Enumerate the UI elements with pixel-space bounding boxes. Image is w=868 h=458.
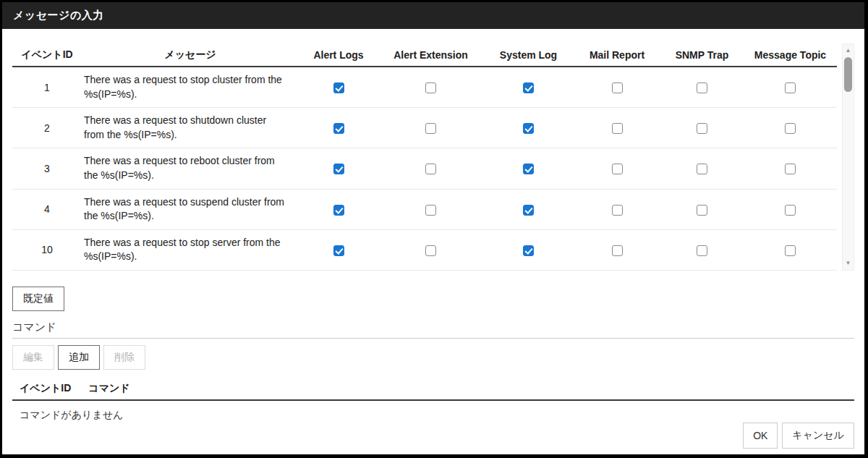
event-id-cell: 10 <box>12 244 82 255</box>
dialog-content: イベントID メッセージ Alert Logs Alert Extension … <box>2 43 864 422</box>
alert-logs-checkbox[interactable] <box>333 164 344 174</box>
message-table: イベントID メッセージ Alert Logs Alert Extension … <box>12 43 854 271</box>
event-id-cell: 1 <box>12 82 82 93</box>
snmp-trap-checkbox[interactable] <box>697 205 707 216</box>
alert-logs-checkbox[interactable] <box>333 82 344 93</box>
alert-extension-checkbox[interactable] <box>425 245 436 256</box>
mail-report-checkbox[interactable] <box>612 123 623 134</box>
message-input-dialog: メッセージの入力 イベントID メッセージ Alert Logs Alert E… <box>0 0 868 458</box>
message-table-row: 4 There was a request to suspend cluster… <box>12 190 837 230</box>
scrollbar-thumb[interactable] <box>844 57 852 92</box>
message-cell: There was a request to shutdown cluster … <box>82 108 299 148</box>
cancel-button[interactable]: キャンセル <box>782 423 854 449</box>
mail-report-checkbox[interactable] <box>612 164 623 174</box>
alert-logs-checkbox[interactable] <box>333 245 344 256</box>
message-table-row: 10 There was a request to stop server fr… <box>12 230 837 271</box>
edit-command-button[interactable]: 編集 <box>12 345 54 370</box>
column-header-snmp-trap: SNMP Trap <box>660 49 744 61</box>
column-header-alert-extension: Alert Extension <box>378 49 483 61</box>
snmp-trap-checkbox[interactable] <box>697 82 707 93</box>
snmp-trap-checkbox[interactable] <box>697 245 707 256</box>
message-table-row: 2 There was a request to shutdown cluste… <box>12 108 837 148</box>
table-scrollbar[interactable]: ▲ ▼ <box>842 43 854 271</box>
column-header-message-topic: Message Topic <box>744 49 837 61</box>
mail-report-checkbox[interactable] <box>612 82 623 93</box>
default-values-button[interactable]: 既定値 <box>12 287 64 311</box>
alert-extension-checkbox[interactable] <box>425 123 436 134</box>
event-id-cell: 2 <box>12 122 82 134</box>
command-column-header-command: コマンド <box>88 382 129 395</box>
command-buttons: 編集 追加 削除 <box>12 345 854 370</box>
delete-command-button[interactable]: 削除 <box>103 345 145 370</box>
event-id-cell: 3 <box>12 163 82 174</box>
alert-extension-checkbox[interactable] <box>425 205 436 216</box>
alert-logs-checkbox[interactable] <box>333 205 344 216</box>
alert-extension-checkbox[interactable] <box>425 164 436 174</box>
message-topic-checkbox[interactable] <box>785 205 796 216</box>
column-header-system-log: System Log <box>483 49 574 61</box>
mail-report-checkbox[interactable] <box>612 205 623 216</box>
message-topic-checkbox[interactable] <box>785 123 796 134</box>
system-log-checkbox[interactable] <box>523 82 534 93</box>
snmp-trap-checkbox[interactable] <box>697 164 707 174</box>
command-column-header-event-id: イベントID <box>20 382 71 395</box>
scroll-up-icon[interactable]: ▲ <box>843 46 854 56</box>
dialog-title: メッセージの入力 <box>13 9 104 22</box>
alert-extension-checkbox[interactable] <box>425 82 436 93</box>
message-cell: There was a request to reboot cluster fr… <box>82 148 299 188</box>
message-cell: There was a request to stop cluster from… <box>82 67 299 107</box>
command-table-empty-text: コマンドがありません <box>12 401 854 422</box>
system-log-checkbox[interactable] <box>523 164 534 174</box>
column-header-mail-report: Mail Report <box>574 49 660 61</box>
message-cell: There was a request to stop server from … <box>82 230 299 270</box>
column-header-message: メッセージ <box>82 48 299 62</box>
alert-logs-checkbox[interactable] <box>333 123 344 134</box>
message-table-header: イベントID メッセージ Alert Logs Alert Extension … <box>12 43 837 67</box>
message-table-row: 1 There was a request to stop cluster fr… <box>12 67 837 108</box>
message-table-body: 1 There was a request to stop cluster fr… <box>12 67 854 271</box>
command-section-label: コマンド <box>12 321 854 339</box>
message-table-row: 3 There was a request to reboot cluster … <box>12 148 837 189</box>
ok-button[interactable]: OK <box>743 423 778 449</box>
message-cell: There was a request to suspend cluster f… <box>82 190 299 229</box>
dialog-titlebar: メッセージの入力 <box>2 2 864 29</box>
command-table-header: イベントID コマンド <box>12 382 854 401</box>
message-topic-checkbox[interactable] <box>785 245 796 256</box>
system-log-checkbox[interactable] <box>523 245 534 256</box>
event-id-cell: 4 <box>12 203 82 215</box>
message-topic-checkbox[interactable] <box>785 82 796 93</box>
dialog-footer: OK キャンセル <box>743 423 854 449</box>
message-topic-checkbox[interactable] <box>785 164 796 174</box>
mail-report-checkbox[interactable] <box>612 245 623 256</box>
column-header-alert-logs: Alert Logs <box>299 49 378 61</box>
system-log-checkbox[interactable] <box>523 205 534 216</box>
scroll-down-icon[interactable]: ▼ <box>843 258 854 268</box>
snmp-trap-checkbox[interactable] <box>697 123 707 134</box>
add-command-button[interactable]: 追加 <box>58 345 100 370</box>
column-header-event-id: イベントID <box>12 48 82 62</box>
system-log-checkbox[interactable] <box>523 123 534 134</box>
